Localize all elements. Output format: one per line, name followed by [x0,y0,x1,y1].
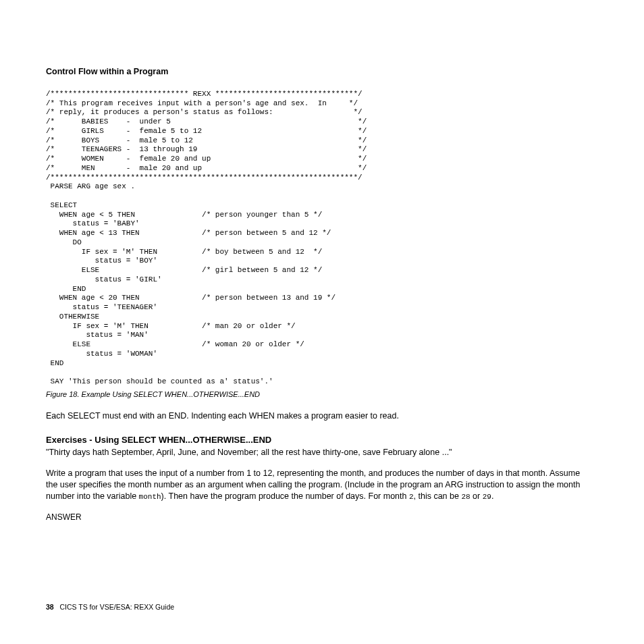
footer-text: CICS TS for VSE/ESA: REXX Guide [59,603,174,611]
quote-text: "Thirty days hath September, April, June… [46,447,585,458]
exercises-heading: Exercises - Using SELECT WHEN...OTHERWIS… [46,434,585,446]
inline-code-month: month [139,493,161,501]
code-block: /******************************* REXX **… [46,90,585,387]
page-number: 38 [46,603,54,611]
body2-end: . [491,491,493,501]
body2-mid3: or [471,491,483,501]
body-paragraph-1: Each SELECT must end with an END. Indent… [46,410,585,422]
body2-mid2: , this can be [414,491,462,501]
section-title: Control Flow within a Program [46,66,585,78]
body-paragraph-2: Write a program that uses the input of a… [46,468,585,502]
inline-code-28: 28 [461,493,470,501]
inline-code-2: 2 [409,493,414,501]
figure-caption: Figure 18. Example Using SELECT WHEN...O… [46,390,585,400]
page: Control Flow within a Program /*********… [0,0,644,644]
inline-code-29: 29 [483,493,491,501]
answer-label: ANSWER [46,512,585,522]
page-footer: 38 CICS TS for VSE/ESA: REXX Guide [46,602,174,612]
body2-mid: ). Then have the program produce the num… [161,491,409,501]
